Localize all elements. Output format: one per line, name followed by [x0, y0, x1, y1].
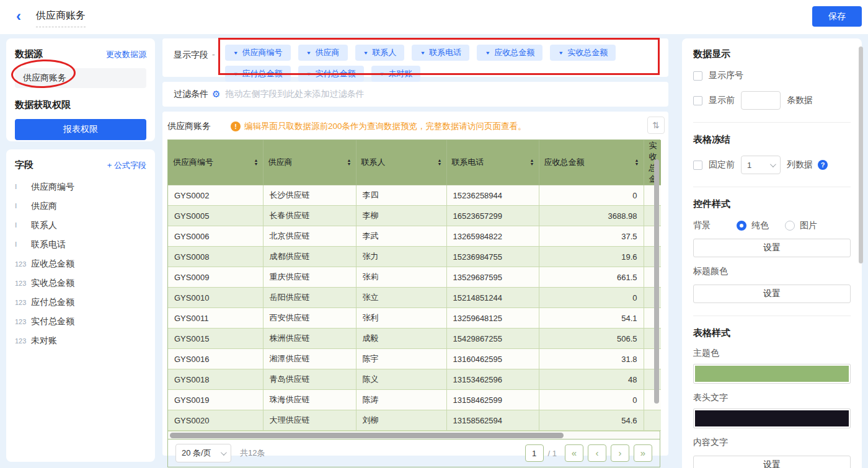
column-header[interactable]: 供应商编号 ▲▼: [168, 140, 263, 185]
chevron-down-icon: ▼: [420, 50, 425, 56]
cell-supplier-code: GYS0002: [168, 185, 263, 206]
theme-color-swatch[interactable]: [693, 364, 851, 384]
display-field-chip[interactable]: ▼ 未对账: [371, 66, 421, 82]
cell-phone: 13259648125: [446, 308, 539, 329]
display-fields-label: 显示字段: [174, 50, 208, 77]
show-index-checkbox[interactable]: [693, 71, 702, 81]
field-list-item[interactable]: Ⅰ 联系电话: [15, 235, 146, 254]
content-text-set-button[interactable]: 设置: [693, 456, 851, 468]
field-label: 供应商: [31, 201, 57, 212]
column-sort-icon[interactable]: ▲▼: [635, 159, 639, 166]
first-page-button[interactable]: «: [565, 444, 583, 462]
sort-order-button[interactable]: ⇅: [647, 117, 665, 134]
show-first-checkbox[interactable]: [693, 96, 702, 105]
display-field-chip[interactable]: ▼ 供应商: [298, 45, 348, 61]
chevron-down-icon: ▼: [379, 71, 385, 77]
gear-icon[interactable]: ⚙: [212, 89, 220, 100]
table-freeze-title: 表格冻结: [693, 134, 851, 146]
last-page-button[interactable]: »: [634, 444, 652, 462]
cell-receivable-total: 0: [539, 390, 644, 410]
cell-phone: 13265984822: [446, 226, 539, 247]
help-icon[interactable]: ?: [818, 160, 828, 170]
display-field-chip[interactable]: ▼ 实收总金额: [550, 45, 616, 61]
datasource-value-field[interactable]: 供应商账务: [15, 68, 146, 88]
field-label: 供应商编号: [31, 182, 74, 193]
bg-solid-radio[interactable]: 纯色: [737, 220, 769, 231]
warning-icon: !: [231, 121, 241, 131]
report-permission-button[interactable]: 报表权限: [15, 119, 146, 140]
freeze-count-select[interactable]: 1: [741, 156, 781, 174]
display-field-chip[interactable]: ▼ 联系电话: [412, 45, 469, 61]
display-field-chip[interactable]: ▼ 供应商编号: [225, 45, 291, 61]
bg-image-radio[interactable]: 图片: [785, 220, 817, 231]
chip-label: 供应商: [316, 47, 340, 58]
cell-supplier: 湘潭供应链: [263, 349, 356, 369]
background-label: 背景: [693, 220, 711, 231]
vertical-scrollbar[interactable]: [654, 159, 659, 404]
show-first-prefix: 显示前: [709, 95, 735, 106]
field-list-item[interactable]: 123 未对账: [15, 331, 146, 350]
header-text-color-fill: [695, 410, 849, 426]
field-list-item[interactable]: 123 实收总金额: [15, 273, 146, 293]
filter-section[interactable]: 过滤条件 ⚙ 拖动左侧字段到此处来添加过滤条件: [162, 82, 668, 107]
table-row: GYS0002 长沙供应链 李四 15236258944 0: [168, 185, 661, 206]
save-button[interactable]: 保存: [812, 6, 862, 27]
add-formula-field-link[interactable]: + 公式字段: [107, 160, 146, 171]
column-header[interactable]: 联系电话 ▲▼: [446, 140, 539, 185]
freeze-columns-checkbox[interactable]: [693, 161, 702, 170]
cell-phone: 13158462599: [446, 390, 539, 410]
column-sort-icon[interactable]: ▲▼: [347, 159, 352, 166]
cell-phone: 13153462596: [446, 369, 539, 390]
cell-receivable-total: 37.5: [539, 226, 644, 247]
theme-color-fill: [695, 366, 849, 382]
field-list-item[interactable]: Ⅰ 供应商编号: [15, 177, 146, 196]
cell-contact: 成毅: [356, 329, 446, 349]
column-sort-icon[interactable]: ▲▼: [530, 159, 534, 166]
horizontal-scrollbar[interactable]: [170, 433, 564, 438]
page-title: 供应商账务: [36, 9, 86, 27]
page-size-select[interactable]: 20 条/页: [175, 444, 231, 462]
cell-supplier-code: GYS0019: [168, 390, 263, 410]
data-grid: 供应商编号 ▲▼ 供应商 ▲▼: [167, 139, 660, 467]
title-color-set-button[interactable]: 设置: [693, 285, 851, 303]
page-number-input[interactable]: 1: [525, 444, 544, 462]
cell-supplier-code: GYS0010: [168, 288, 263, 308]
show-first-suffix: 条数据: [787, 95, 813, 106]
cell-partial: [644, 410, 661, 431]
change-datasource-link[interactable]: 更改数据源: [106, 49, 146, 60]
field-list-item[interactable]: Ⅰ 联系人: [15, 216, 146, 235]
background-set-button[interactable]: 设置: [693, 239, 851, 257]
display-field-chip[interactable]: ▼ 应付总金额: [225, 66, 291, 82]
field-list-item[interactable]: 123 应付总金额: [15, 293, 146, 312]
chip-label: 应付总金额: [242, 68, 283, 79]
display-field-chip[interactable]: ▼ 应收总金额: [477, 45, 542, 61]
table-preview-card: 供应商账务 ! 编辑界面只取数据源前200条作为查询数据预览，完整数据请访问页面…: [162, 112, 668, 456]
column-header[interactable]: 应收总金额 ▲▼: [539, 140, 644, 185]
back-icon[interactable]: ‹: [16, 7, 21, 25]
cell-phone: 13529687595: [446, 267, 539, 288]
panel-scrollbar[interactable]: [859, 46, 863, 263]
column-header-label: 联系人: [361, 157, 386, 167]
column-header[interactable]: 联系人 ▲▼: [356, 140, 446, 185]
show-first-count-input[interactable]: [741, 91, 781, 110]
column-sort-icon[interactable]: ▲▼: [438, 159, 442, 166]
divider: [693, 187, 851, 187]
field-type-icon: 123: [15, 299, 31, 306]
next-page-button[interactable]: ›: [611, 444, 629, 462]
cell-receivable-total: 54.6: [539, 410, 644, 431]
chip-label: 供应商编号: [242, 47, 283, 58]
field-list-item[interactable]: 123 实付总金额: [15, 312, 146, 331]
sort-order-icon: ⇅: [652, 120, 660, 130]
column-header[interactable]: 供应商 ▲▼: [263, 140, 356, 185]
field-list-item[interactable]: 123 应收总金额: [15, 254, 146, 273]
header-text-color-swatch[interactable]: [693, 408, 851, 428]
display-field-chip[interactable]: ▼ 实付总金额: [298, 66, 364, 82]
theme-color-label: 主题色: [693, 348, 851, 359]
field-list-item[interactable]: Ⅰ 供应商: [15, 196, 146, 216]
prev-page-button[interactable]: ‹: [588, 444, 606, 462]
cell-phone: 16523657299: [446, 206, 539, 226]
display-field-chip[interactable]: ▼ 联系人: [355, 45, 405, 61]
column-sort-icon[interactable]: ▲▼: [254, 159, 259, 166]
cell-contact: 陈义: [356, 369, 446, 390]
cell-phone: 15236984755: [446, 247, 539, 267]
